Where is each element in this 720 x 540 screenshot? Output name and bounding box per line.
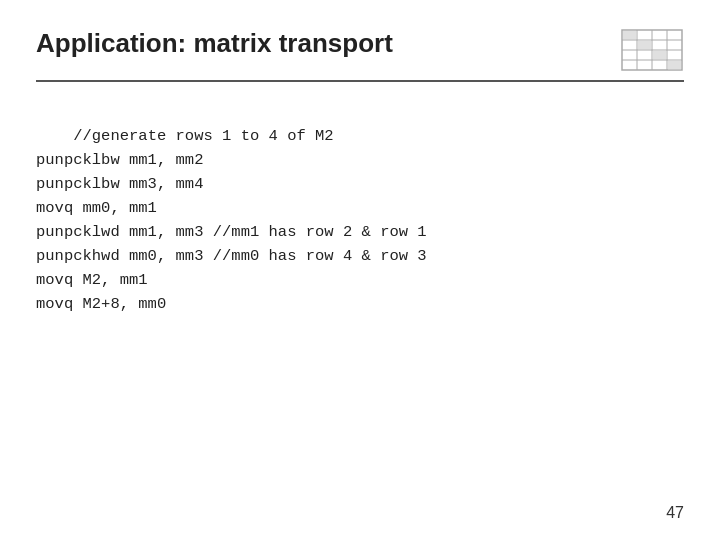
svg-rect-8 (638, 41, 651, 50)
slide-header: Application: matrix transport (36, 28, 684, 82)
code-line-6: punpckhwd mm0, mm3 //mm0 has row 4 & row… (36, 247, 427, 265)
code-line-1: //generate rows 1 to 4 of M2 (73, 127, 333, 145)
svg-rect-7 (623, 31, 636, 40)
code-line-4: movq mm0, mm1 (36, 199, 157, 217)
slide: Application: matrix transport //generate… (0, 0, 720, 540)
code-line-5: punpcklwd mm1, mm3 //mm1 has row 2 & row… (36, 223, 427, 241)
code-line-3: punpcklbw mm3, mm4 (36, 175, 203, 193)
slide-title: Application: matrix transport (36, 28, 393, 59)
matrix-diagram-icon (620, 28, 684, 72)
code-line-2: punpcklbw mm1, mm2 (36, 151, 203, 169)
svg-rect-9 (653, 51, 666, 60)
code-line-7: movq M2, mm1 (36, 271, 148, 289)
svg-rect-10 (668, 61, 681, 70)
code-block: //generate rows 1 to 4 of M2 punpcklbw m… (36, 100, 684, 340)
page-number: 47 (666, 504, 684, 522)
code-line-8: movq M2+8, mm0 (36, 295, 166, 313)
